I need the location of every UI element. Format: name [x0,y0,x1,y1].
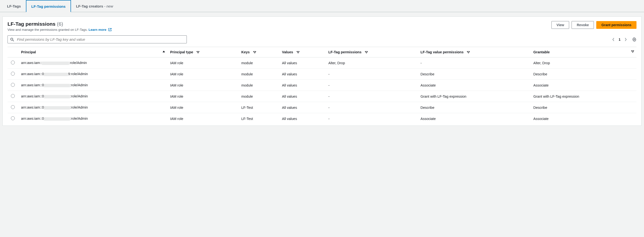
panel-title-block: LF-Tag permissions (6) View and manage t… [8,21,112,32]
cell-lf-tag-permissions: - [326,91,418,102]
cell-keys: LF-Test [239,102,280,113]
action-buttons: View Revoke Grant permissions [552,21,636,29]
filter-icon[interactable] [196,51,200,54]
cell-principal: arn:aws:iam::0:role/Admin [19,80,168,91]
cell-principal: arn:aws:iam::0:role/Admin [19,102,168,113]
col-select [8,47,19,58]
col-label: Principal type [170,50,193,54]
pagination: 1 [612,37,636,42]
principal-prefix: arn:aws:iam::0 [21,106,44,109]
filter-icon[interactable] [296,51,300,54]
filter-icon[interactable] [631,50,634,53]
table-row: arn:aws:iam::09:role/Admin IAM role modu… [8,68,636,80]
principal-suffix: :role/Admin [70,116,88,120]
row-radio[interactable] [11,72,15,76]
grant-permissions-button[interactable]: Grant permissions [596,21,636,29]
row-radio[interactable] [11,60,15,64]
tab-label: LF-Tag creators [76,4,103,8]
cell-principal-type: IAM role [168,91,239,102]
col-label: LF-Tag permissions [328,50,362,54]
col-label: Keys [241,50,250,54]
cell-principal: arn:aws:iam:::role/Admin [19,58,168,68]
page-description: View and manage the permissions granted … [8,28,112,32]
tab-label: LF-Tag permissions [31,4,66,8]
col-keys[interactable]: Keys [239,47,280,58]
cell-principal-type: IAM role [168,58,239,68]
cell-grantable: Describe [531,68,636,80]
cell-principal-type: IAM role [168,102,239,113]
cell-lf-tag-value-permissions: Associate [418,113,531,124]
col-principal[interactable]: Principal [19,47,168,58]
col-values[interactable]: Values [280,47,326,58]
cell-principal: arn:aws:iam::0:role/Admin [19,113,168,124]
table-row: arn:aws:iam::0:role/Admin IAM role modul… [8,80,636,91]
cell-lf-tag-permissions: Alter, Drop [326,58,418,68]
principal-prefix: arn:aws:iam::0 [21,116,44,120]
row-radio[interactable] [11,105,15,109]
learn-more-link[interactable]: Learn more [88,28,112,32]
cell-lf-tag-permissions: - [326,68,418,80]
cell-keys: module [239,58,280,68]
principal-suffix: 9:role/Admin [68,72,88,76]
cell-values: All values [280,80,326,91]
cell-principal-type: IAM role [168,113,239,124]
principal-suffix: :role/Admin [70,94,88,98]
learn-more-text: Learn more [88,28,106,32]
redacted-segment [44,84,70,87]
tab-lf-tag-creators[interactable]: LF-Tag creators - new [71,0,118,12]
col-grantable[interactable]: Grantable [531,47,636,58]
table-row: arn:aws:iam::0:role/Admin IAM role modul… [8,91,636,102]
cell-lf-tag-value-permissions: Grant with LF-Tag expression [418,91,531,102]
table-row: arn:aws:iam::0:role/Admin IAM role LF-Te… [8,113,636,124]
tab-lf-tag-permissions[interactable]: LF-Tag permissions [26,0,71,12]
row-radio[interactable] [11,116,15,120]
filter-icon[interactable] [467,51,470,54]
tab-label: LF-Tags [7,4,21,8]
cell-lf-tag-value-permissions: Describe [418,68,531,80]
title-count: (6) [57,21,63,27]
cell-keys: module [239,68,280,80]
redacted-segment [44,95,70,98]
search-input[interactable] [16,37,184,42]
cell-lf-tag-value-permissions: - [418,58,531,68]
col-principal-type[interactable]: Principal type [168,47,239,58]
table-row: arn:aws:iam:::role/Admin IAM role module… [8,58,636,68]
filter-icon[interactable] [365,51,368,54]
cell-keys: LF-Test [239,113,280,124]
cell-grantable: Alter, Drop [531,58,636,68]
svg-point-0 [11,38,13,40]
description-text: View and manage the permissions granted … [8,28,88,32]
col-label: Grantable [533,50,550,54]
col-lf-tag-value-permissions[interactable]: LF-Tag value permissions [418,47,531,58]
revoke-button[interactable]: Revoke [572,21,594,29]
redacted-segment [44,117,70,121]
svg-point-1 [634,39,635,40]
page-title: LF-Tag permissions (6) [8,21,112,27]
panel-header: LF-Tag permissions (6) View and manage t… [8,21,636,32]
col-label: LF-Tag value permissions [420,50,464,54]
prev-page-button[interactable] [612,38,615,42]
col-lf-tag-permissions[interactable]: LF-Tag permissions [326,47,418,58]
cell-lf-tag-permissions: - [326,80,418,91]
settings-button[interactable] [632,37,636,42]
view-button[interactable]: View [552,21,570,29]
cell-principal: arn:aws:iam::0:role/Admin [19,91,168,102]
cell-grantable: Grant with LF-Tag expression [531,91,636,102]
next-page-button[interactable] [624,38,627,42]
search-box[interactable] [8,36,187,44]
new-badge: - new [103,4,113,8]
tab-lf-tags[interactable]: LF-Tags [2,0,26,12]
principal-prefix: arn:aws:iam::0 [21,83,44,87]
cell-lf-tag-permissions: - [326,102,418,113]
row-radio[interactable] [11,94,15,98]
cell-values: All values [280,113,326,124]
cell-principal-type: IAM role [168,68,239,80]
cell-grantable: Associate [531,80,636,91]
cell-lf-tag-value-permissions: Associate [418,80,531,91]
principal-suffix: :role/Admin [70,83,88,87]
cell-grantable: Describe [531,102,636,113]
filter-icon[interactable] [253,51,256,54]
sort-asc-icon [162,50,165,53]
panel-lf-tag-permissions: LF-Tag permissions (6) View and manage t… [2,16,642,126]
row-radio[interactable] [11,83,15,87]
